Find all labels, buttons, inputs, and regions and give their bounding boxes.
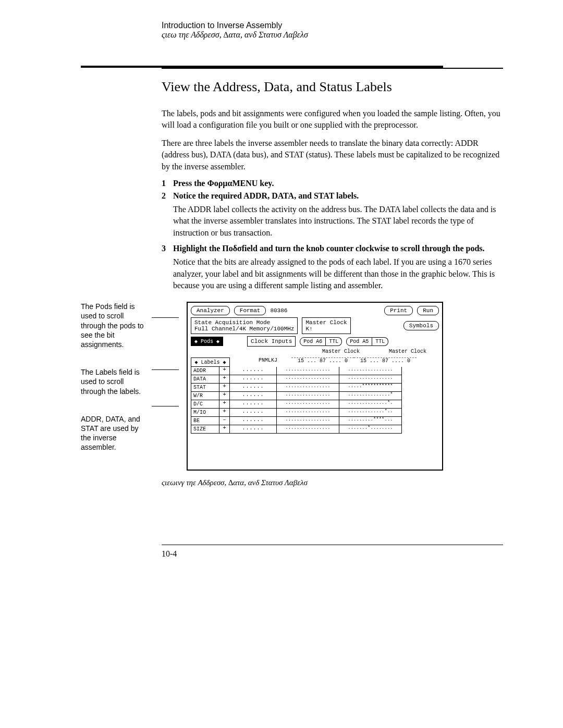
- intro-paragraph-1: The labels, pods and bit assignments wer…: [162, 108, 503, 131]
- master-clock-k: K↑: [305, 326, 347, 332]
- label-row: D/C+....................................…: [191, 400, 439, 409]
- step-text-3: Highlight the Ποδσfield and turn the kno…: [173, 244, 485, 253]
- row-sign[interactable]: +: [219, 375, 230, 384]
- run-button[interactable]: Run: [417, 306, 439, 315]
- col-bits-2: 15 ... 87 .... 0: [354, 357, 417, 367]
- chip-label: 80386: [270, 307, 287, 314]
- row-label[interactable]: M/IO: [191, 409, 219, 417]
- divider-top: [162, 68, 503, 69]
- row-sign[interactable]: +: [219, 409, 230, 417]
- labels-field[interactable]: ◆ Labels ◆: [191, 357, 230, 367]
- ttl-a5: TTL: [372, 337, 388, 346]
- page-title: View the Address, Data, and Status Label…: [162, 79, 503, 95]
- clock-inputs-box: Clock Inputs: [247, 336, 296, 347]
- row-bits-a6: ................: [277, 367, 339, 375]
- label-row: W/R+....................................…: [191, 392, 439, 400]
- divider-bottom: [162, 545, 503, 545]
- row-label[interactable]: STAT: [191, 384, 219, 392]
- step-body-3: Notice that the bits are already assigne…: [173, 256, 503, 291]
- row-bits-a5: ................: [339, 367, 402, 375]
- row-bits-a6: ................: [277, 392, 339, 400]
- step-body-2: The ADDR label collects the activity on …: [173, 204, 503, 239]
- row-pnmlkj: ......: [230, 367, 277, 375]
- format-button[interactable]: Format: [234, 306, 266, 315]
- figure-caption: ςιεωινγ τηε Αδδρεσσ, ∆ατα, ανδ Στατυσ Λα…: [162, 478, 503, 487]
- label-row: DATA+...................................…: [191, 375, 439, 384]
- analyzer-button[interactable]: Analyzer: [191, 306, 230, 315]
- doc-chapter: Introduction to Inverse Assembly: [162, 21, 532, 30]
- row-sign[interactable]: +: [219, 400, 230, 409]
- row-pnmlkj: ......: [230, 384, 277, 392]
- master-clock-a6: Master Clock: [310, 349, 372, 354]
- pod-a5-label: Pod A5: [346, 337, 372, 346]
- col-bits-1: 15 ... 87 .... 0: [291, 357, 354, 367]
- row-label[interactable]: ADDR: [191, 367, 219, 375]
- step-number-2: 2: [162, 191, 173, 201]
- label-row: ADDR+...................................…: [191, 367, 439, 375]
- row-bits-a5: .......*........: [339, 425, 402, 434]
- row-pnmlkj: ......: [230, 417, 277, 425]
- master-clock-label: Master Clock: [305, 319, 347, 326]
- row-label[interactable]: BE: [191, 417, 219, 425]
- intro-paragraph-2: There are three labels the inverse assem…: [162, 138, 503, 172]
- symbols-button[interactable]: Symbols: [403, 321, 439, 330]
- label-row: M/IO+...................................…: [191, 409, 439, 417]
- pods-field[interactable]: ◆ Pods ◆: [191, 337, 223, 346]
- row-bits-a6: ................: [277, 400, 339, 409]
- annotation-labels: The Labels field is used to scroll throu…: [81, 367, 144, 396]
- row-bits-a5: ................: [339, 375, 402, 384]
- row-sign[interactable]: +: [219, 384, 230, 392]
- row-pnmlkj: ......: [230, 400, 277, 409]
- row-sign[interactable]: +: [219, 367, 230, 375]
- callout-line-1: [152, 317, 179, 318]
- pod-a6-label: Pod A6: [300, 337, 326, 346]
- ttl-a6: TTL: [326, 337, 342, 346]
- callout-line-3: [152, 406, 179, 406]
- row-bits-a6: ................: [277, 425, 339, 434]
- row-label[interactable]: W/R: [191, 392, 219, 400]
- annotation-addr-data-stat: ADDR, DATA, and STAT are used by the inv…: [81, 414, 144, 452]
- step-text-2: Notice the required ADDR, DATA, and STAT…: [173, 191, 359, 201]
- master-clock-a5: Master Clock: [376, 349, 439, 354]
- row-label[interactable]: DATA: [191, 375, 219, 384]
- annotation-pods: The Pods field is used to scroll through…: [81, 302, 144, 349]
- step-number-3: 3: [162, 244, 173, 253]
- acq-mode-line1: State Acquisition Mode: [194, 319, 294, 326]
- row-bits-a5: .............*..: [339, 409, 402, 417]
- row-bits-a6: ................: [277, 409, 339, 417]
- row-sign[interactable]: +: [219, 425, 230, 434]
- label-row: SIZE+.............................*.....…: [191, 425, 439, 434]
- acq-mode-line2: Full Channel/4K Memory/100MHz: [194, 326, 294, 332]
- row-bits-a5: ..............*.: [339, 400, 402, 409]
- row-bits-a6: ................: [277, 375, 339, 384]
- row-bits-a5: .....***********: [339, 384, 402, 392]
- row-bits-a6: ................: [277, 417, 339, 425]
- callout-line-2: [152, 369, 179, 370]
- step-number-1: 1: [162, 179, 173, 188]
- row-bits-a5: ...............*: [339, 392, 402, 400]
- label-row: BE–...............................****..…: [191, 417, 439, 425]
- col-pnmlkj: PNMLKJ: [244, 357, 291, 367]
- print-button[interactable]: Print: [384, 306, 413, 315]
- step-text-1: Press the ΦορµαΜENU key.: [173, 179, 274, 188]
- doc-section-greek: ςιεω τηε Αδδρεσσ, ∆ατα, ανδ Στατυσ Λαβελ…: [162, 30, 532, 40]
- row-pnmlkj: ......: [230, 392, 277, 400]
- row-label[interactable]: SIZE: [191, 425, 219, 434]
- row-bits-a5: .........****...: [339, 417, 402, 425]
- row-pnmlkj: ......: [230, 375, 277, 384]
- label-row: STAT+...........................********…: [191, 384, 439, 392]
- row-sign[interactable]: +: [219, 392, 230, 400]
- row-label[interactable]: D/C: [191, 400, 219, 409]
- row-pnmlkj: ......: [230, 409, 277, 417]
- analyzer-screenshot: Analyzer Format 80386 Print Run State Ac…: [187, 302, 443, 470]
- row-bits-a6: ................: [277, 384, 339, 392]
- row-pnmlkj: ......: [230, 425, 277, 434]
- row-sign[interactable]: –: [219, 417, 230, 425]
- page-number: 10-4: [162, 549, 532, 559]
